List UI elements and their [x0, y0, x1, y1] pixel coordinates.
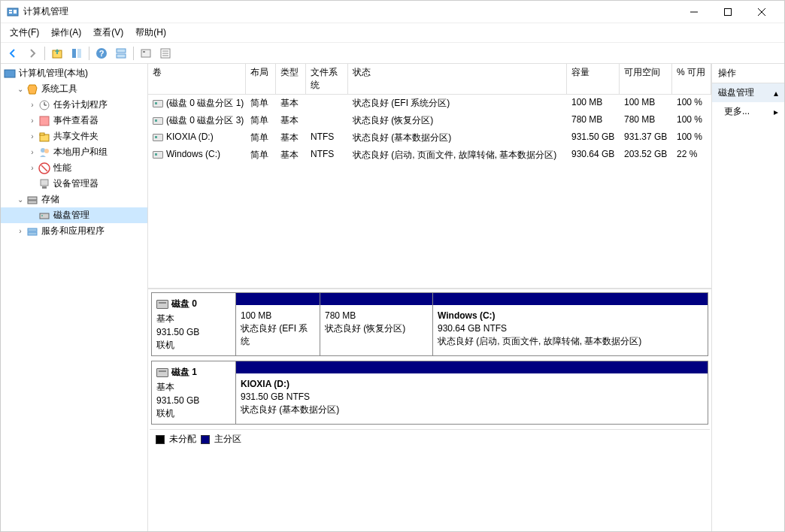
- menu-file[interactable]: 文件(F): [4, 23, 45, 42]
- back-button[interactable]: [4, 44, 22, 62]
- tree-label: 设备管理器: [53, 177, 99, 190]
- col-filesystem[interactable]: 文件系统: [306, 64, 348, 94]
- volume-list: 卷 布局 类型 文件系统 状态 容量 可用空间 % 可用 (磁盘 0 磁盘分区 …: [148, 64, 711, 289]
- svg-rect-21: [5, 70, 15, 77]
- close-button[interactable]: [744, 1, 778, 23]
- app-icon: [7, 6, 19, 18]
- action-list-button[interactable]: [156, 44, 174, 62]
- tree-label: 本地用户和组: [53, 146, 108, 159]
- svg-line-31: [41, 165, 47, 171]
- layout-button[interactable]: [112, 44, 130, 62]
- svg-rect-38: [28, 228, 37, 231]
- tree-services[interactable]: › 服务和应用程序: [1, 223, 147, 239]
- tree-label: 共享文件夹: [53, 130, 99, 143]
- chevron-right-icon[interactable]: ›: [26, 101, 38, 109]
- tree-label: 系统工具: [41, 83, 77, 95]
- menu-action[interactable]: 操作(A): [45, 23, 87, 42]
- legend-unallocated-box: [156, 435, 165, 444]
- svg-rect-9: [72, 49, 76, 58]
- volume-row[interactable]: (磁盘 0 磁盘分区 3)简单基本状态良好 (恢复分区)780 MB780 MB…: [148, 112, 711, 129]
- chevron-down-icon[interactable]: ⌄: [14, 85, 26, 93]
- col-type[interactable]: 类型: [276, 64, 306, 94]
- tree-disk-management[interactable]: 磁盘管理: [1, 207, 147, 223]
- tree-root[interactable]: 计算机管理(本地): [1, 65, 147, 81]
- svg-rect-3: [14, 10, 17, 14]
- disk-block: 磁盘 0基本931.50 GB联机100 MB状态良好 (EFI 系统780 M…: [151, 292, 708, 356]
- disk-info[interactable]: 磁盘 1基本931.50 GB联机: [152, 361, 236, 424]
- legend-unallocated: 未分配: [169, 433, 196, 446]
- tree-system-tools[interactable]: ⌄ 系统工具: [1, 81, 147, 97]
- volume-list-header: 卷 布局 类型 文件系统 状态 容量 可用空间 % 可用: [148, 64, 711, 95]
- volume-row[interactable]: (磁盘 0 磁盘分区 1)简单基本状态良好 (EFI 系统分区)100 MB10…: [148, 95, 711, 112]
- chevron-right-icon[interactable]: ›: [26, 132, 38, 141]
- svg-point-37: [41, 215, 43, 216]
- disk-info[interactable]: 磁盘 0基本931.50 GB联机: [152, 293, 236, 355]
- chevron-right-icon[interactable]: ›: [26, 116, 38, 125]
- view-toggle-button[interactable]: [68, 44, 86, 62]
- col-layout[interactable]: 布局: [246, 64, 276, 94]
- volume-row[interactable]: KIOXIA (D:)简单基本NTFS状态良好 (基本数据分区)931.50 G…: [148, 129, 711, 147]
- partition[interactable]: 780 MB状态良好 (恢复分区): [320, 293, 433, 355]
- tree-storage[interactable]: ⌄ 存储: [1, 192, 147, 207]
- chevron-right-icon[interactable]: ›: [26, 148, 38, 156]
- action-pane: 操作 磁盘管理 ▴ 更多... ▸: [712, 64, 784, 531]
- col-percent[interactable]: % 可用: [672, 64, 711, 94]
- svg-point-29: [44, 149, 49, 153]
- tree-shared-folders[interactable]: › 共享文件夹: [1, 128, 147, 144]
- volume-row[interactable]: Windows (C:)简单基本NTFS状态良好 (启动, 页面文件, 故障转储…: [148, 147, 711, 164]
- volume-icon: [153, 117, 163, 125]
- tree-label: 磁盘管理: [53, 209, 89, 222]
- disk-block: 磁盘 1基本931.50 GB联机KIOXIA (D:)931.50 GB NT…: [151, 361, 708, 425]
- action-more-label: 更多...: [724, 105, 750, 118]
- tree-label: 存储: [41, 193, 59, 206]
- tree-event-viewer[interactable]: › 事件查看器: [1, 113, 147, 128]
- action-group-disk-management[interactable]: 磁盘管理 ▴: [712, 83, 784, 102]
- svg-point-28: [41, 148, 45, 153]
- svg-rect-33: [42, 186, 47, 189]
- disk-graphics: 磁盘 0基本931.50 GB联机100 MB状态良好 (EFI 系统780 M…: [148, 289, 711, 531]
- svg-rect-5: [724, 8, 731, 15]
- titlebar: 计算机管理: [1, 1, 784, 23]
- minimize-button[interactable]: [677, 1, 711, 23]
- forward-button[interactable]: [23, 44, 41, 62]
- svg-rect-34: [28, 197, 37, 200]
- svg-rect-25: [40, 116, 49, 125]
- col-free[interactable]: 可用空间: [620, 64, 672, 94]
- tree-task-scheduler[interactable]: › 任务计划程序: [1, 97, 147, 113]
- volume-icon: [153, 151, 163, 159]
- tree-label: 服务和应用程序: [41, 225, 105, 237]
- tree-local-users[interactable]: › 本地用户和组: [1, 144, 147, 160]
- partition[interactable]: 100 MB状态良好 (EFI 系统: [236, 293, 320, 355]
- chevron-right-icon[interactable]: ›: [14, 227, 26, 235]
- tree-performance[interactable]: › 性能: [1, 160, 147, 176]
- col-volume[interactable]: 卷: [148, 64, 246, 94]
- col-capacity[interactable]: 容量: [567, 64, 620, 94]
- disk-icon: [156, 368, 168, 377]
- svg-rect-2: [9, 12, 12, 14]
- chevron-right-icon: ▸: [774, 107, 778, 117]
- window-title: 计算机管理: [23, 5, 677, 18]
- svg-rect-36: [40, 213, 49, 219]
- svg-rect-1: [9, 10, 12, 11]
- collapse-icon: ▴: [774, 88, 778, 98]
- legend-primary-box: [201, 435, 210, 444]
- partition[interactable]: KIOXIA (D:)931.50 GB NTFS状态良好 (基本数据分区): [236, 361, 708, 424]
- action-header: 操作: [712, 64, 784, 83]
- tree-device-manager[interactable]: 设备管理器: [1, 176, 147, 192]
- tree-label: 任务计划程序: [53, 98, 108, 111]
- action-more[interactable]: 更多... ▸: [712, 102, 784, 121]
- col-status[interactable]: 状态: [348, 64, 567, 94]
- partition[interactable]: Windows (C:)930.64 GB NTFS状态良好 (启动, 页面文件…: [433, 293, 708, 355]
- up-button[interactable]: [48, 44, 66, 62]
- menu-help[interactable]: 帮助(H): [129, 23, 172, 42]
- disk-icon: [156, 300, 168, 309]
- svg-rect-10: [77, 49, 81, 58]
- svg-rect-13: [117, 49, 126, 53]
- menu-view[interactable]: 查看(V): [87, 23, 129, 42]
- maximize-button[interactable]: [711, 1, 744, 23]
- settings-button[interactable]: [137, 44, 155, 62]
- chevron-down-icon[interactable]: ⌄: [14, 195, 26, 204]
- svg-rect-15: [141, 50, 150, 57]
- help-button[interactable]: ?: [92, 44, 111, 62]
- chevron-right-icon[interactable]: ›: [26, 164, 38, 172]
